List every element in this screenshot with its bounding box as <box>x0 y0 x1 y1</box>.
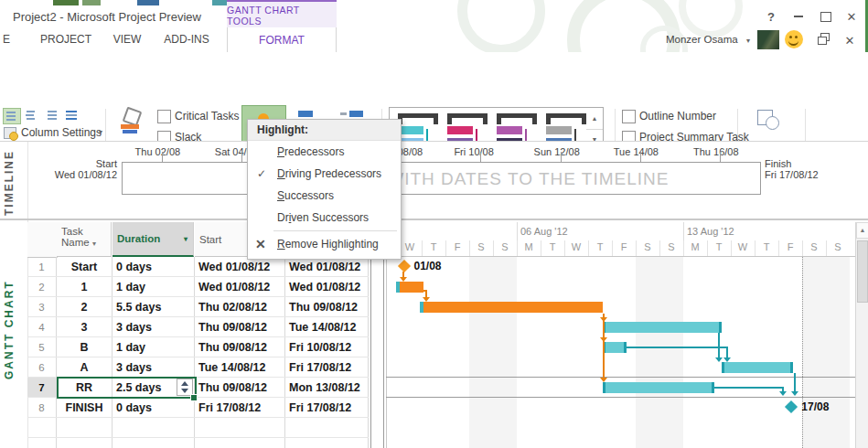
column-header-duration[interactable]: Duration▾ <box>113 222 194 257</box>
cell-task-name[interactable]: 2 <box>57 297 112 316</box>
menu-item-successors[interactable]: Successors <box>248 185 401 207</box>
cell-start[interactable]: Fri 17/08/12 <box>195 398 284 417</box>
milestone-label: 01/08 <box>414 260 442 272</box>
timescale-day-letter: W <box>564 241 588 252</box>
timeline-finish-caption: Finish <box>765 158 847 169</box>
gantt-bar-teal[interactable] <box>603 342 627 353</box>
timescale-day-letter: S <box>636 241 659 252</box>
contextual-tab-header[interactable]: GANTT CHART TOOLS <box>227 0 337 29</box>
minimize-button[interactable] <box>788 9 809 24</box>
gantt-bar-orange[interactable] <box>423 302 603 313</box>
align-left-button[interactable] <box>3 108 21 124</box>
cell-finish[interactable]: Fri 17/08/12 <box>285 357 368 377</box>
tab-file-partial[interactable]: E <box>0 27 13 51</box>
row-number[interactable]: 5 <box>27 337 56 357</box>
link-arrowhead-icon <box>600 337 607 342</box>
cell-finish[interactable]: Wed 01/08/12 <box>285 277 368 296</box>
cell-start[interactable]: Thu 09/08/12 <box>195 378 284 397</box>
link-connector-line <box>714 387 783 389</box>
cell-task-name[interactable]: 3 <box>57 317 112 336</box>
selected-row-guide <box>386 377 855 378</box>
milestone-diamond[interactable] <box>397 260 410 272</box>
scrollbar-up-button[interactable]: ▲ <box>856 222 868 239</box>
tab-view[interactable]: VIEW <box>104 27 150 51</box>
selection-fill-handle[interactable] <box>190 394 198 401</box>
spinner-down-icon[interactable] <box>181 389 188 393</box>
cell-start[interactable]: Wed 01/08/12 <box>195 277 284 296</box>
gantt-bar-teal[interactable] <box>603 382 714 393</box>
cell-start[interactable]: Tue 14/08/12 <box>195 357 284 377</box>
cell-finish[interactable]: Mon 13/08/12 <box>285 378 368 397</box>
swatch-bar-top <box>497 126 522 134</box>
duration-filter-icon[interactable]: ▾ <box>184 235 188 243</box>
cell-task-name[interactable]: B <box>57 337 112 357</box>
swatch-bar-top <box>546 126 572 134</box>
cell-finish[interactable]: Fri 10/08/12 <box>285 337 368 357</box>
tab-add-ins[interactable]: ADD-INS <box>155 27 218 51</box>
menu-item-predecessors[interactable]: Predecessors <box>248 141 401 163</box>
task-name-filter-icon[interactable]: ▾ <box>92 240 96 248</box>
cell-task-name[interactable]: A <box>57 357 112 377</box>
row-number[interactable]: 3 <box>27 297 56 316</box>
cell-start[interactable]: Thu 09/08/12 <box>195 337 284 357</box>
cell-duration[interactable]: 0 days <box>113 398 194 417</box>
cell-start[interactable]: Wed 01/08/12 <box>195 257 284 276</box>
menu-item-remove-highlighting[interactable]: Remove Highlighting✕ <box>248 233 401 255</box>
cell-finish[interactable]: Fri 17/08/12 <box>285 398 368 417</box>
chart-vertical-scrollbar[interactable]: ▲ <box>855 222 868 448</box>
align-center-button[interactable] <box>23 108 39 123</box>
timescale-day-separator <box>636 240 637 256</box>
timescale-week-label: 13 Aug '12 <box>687 226 734 237</box>
spinner-up-icon[interactable] <box>181 381 188 386</box>
gantt-bar-teal[interactable] <box>603 322 722 333</box>
cell-finish[interactable]: Wed 01/08/12 <box>285 257 368 276</box>
link-arrowhead-icon <box>791 391 798 396</box>
scrollbar-thumb[interactable] <box>857 240 868 303</box>
cell-start[interactable]: Thu 02/08/12 <box>195 297 284 316</box>
help-button[interactable]: ? <box>761 9 781 24</box>
gantt-bar-orange[interactable] <box>400 282 423 293</box>
tab-format[interactable]: FORMAT <box>227 27 337 52</box>
cell-task-name[interactable]: 1 <box>57 277 112 296</box>
cell-duration[interactable]: 0 days <box>113 257 194 276</box>
row-number[interactable]: 1 <box>27 257 56 276</box>
cell-duration[interactable]: 3 days <box>113 317 194 336</box>
critical-tasks-checkbox[interactable] <box>157 110 171 123</box>
align-right-button[interactable] <box>43 108 59 123</box>
timescale-day-letter: S <box>659 241 683 252</box>
outline-number-checkbox[interactable] <box>622 110 636 123</box>
timescale-day-separator <box>612 240 613 256</box>
timescale-day-letter: F <box>445 241 469 252</box>
drawing-circle-icon <box>766 116 779 130</box>
cell-task-name[interactable]: FINISH <box>57 398 112 417</box>
maximize-button[interactable] <box>816 9 836 24</box>
wrap-text-button[interactable] <box>63 108 81 123</box>
row-number[interactable]: 2 <box>27 277 56 296</box>
row-number-header[interactable] <box>27 222 58 258</box>
row-number[interactable]: 8 <box>27 398 56 417</box>
weekend-shading <box>826 257 850 448</box>
cell-duration[interactable]: 3 days <box>113 357 194 377</box>
table-gridline-h <box>27 437 369 438</box>
row-number[interactable]: 4 <box>27 317 56 336</box>
cell-duration[interactable]: 5.5 days <box>113 297 194 316</box>
cell-duration[interactable]: 1 day <box>113 337 194 357</box>
milestone-diamond[interactable] <box>785 400 798 413</box>
menu-item-driving-predecessors[interactable]: Driving Predecessors✓ <box>248 163 401 185</box>
tab-project[interactable]: PROJECT <box>33 27 99 51</box>
menu-item-driven-successors[interactable]: Driven Successors <box>248 207 401 229</box>
cell-start[interactable]: Thu 09/08/12 <box>195 317 284 336</box>
gallery-scroll-up-button[interactable]: ▲ <box>586 108 603 130</box>
cell-duration[interactable]: 1 day <box>113 277 194 296</box>
row-number[interactable]: 6 <box>27 357 56 377</box>
row-number[interactable]: 7 <box>27 378 56 397</box>
cell-task-name[interactable]: Start <box>57 257 112 276</box>
cell-finish[interactable]: Tue 14/08/12 <box>285 317 368 336</box>
cell-finish[interactable]: Thu 09/08/12 <box>285 297 368 316</box>
paint-bar-orange <box>121 124 139 129</box>
close-button[interactable]: ✕ <box>841 9 862 24</box>
gantt-bar-teal[interactable] <box>722 362 793 373</box>
column-header-task-name[interactable]: TaskName ▾ <box>57 222 112 257</box>
timescale-week-label: 06 Aug '12 <box>520 226 568 237</box>
gantt-bar-end-cap <box>603 382 605 393</box>
